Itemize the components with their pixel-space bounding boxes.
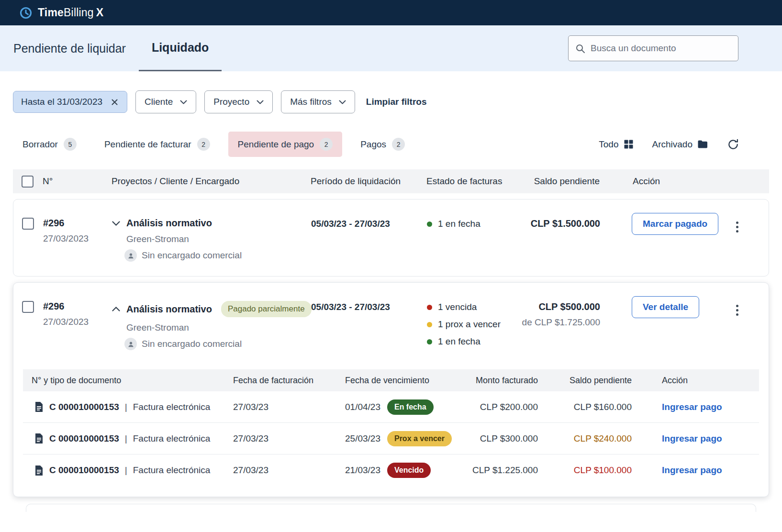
app-logo[interactable]: TimeBillingX [19, 6, 103, 20]
manager-row: Sin encargado comercial [124, 249, 311, 262]
status-tab-label: Pagos [360, 139, 386, 150]
brand-x: X [96, 6, 104, 19]
limpiar-filtros-link[interactable]: Limpiar filtros [366, 97, 427, 107]
tab-liquidado[interactable]: Liquidado [139, 25, 222, 71]
row-checkbox[interactable] [22, 218, 34, 230]
document-icon [34, 465, 44, 476]
status-label: 1 en fecha [438, 336, 480, 347]
chevron-down-icon[interactable] [112, 221, 120, 226]
marcar-pagado-button[interactable]: Marcar pagado [632, 213, 718, 235]
mas-filtros-dropdown[interactable]: Más filtros [281, 90, 355, 113]
document-icon [34, 433, 44, 444]
header-estado: Estado de facturas [426, 176, 517, 187]
status-tabs-row: Borrador 5 Pendiente de facturar 2 Pendi… [13, 132, 769, 157]
cliente-filter-dropdown[interactable]: Cliente [135, 90, 196, 113]
kebab-menu-icon[interactable] [734, 219, 741, 235]
search-input[interactable] [591, 43, 731, 54]
date-filter-chip[interactable]: Hasta el 31/03/2023 [13, 91, 127, 113]
chevron-up-icon[interactable] [112, 307, 120, 311]
en-fecha-badge: En fecha [387, 399, 434, 415]
balance-amount: CLP $500.000 [518, 301, 600, 312]
search-box[interactable] [568, 35, 738, 61]
view-controls: Todo Archivado [599, 138, 739, 151]
brand-time: Time [38, 6, 64, 19]
period-cell: 05/03/23 - 27/03/23 [311, 301, 427, 312]
action-cell: Marcar pagado [600, 218, 769, 235]
table-header: N° Proyectos / Cliente / Encargado Perío… [13, 169, 769, 193]
person-icon [124, 338, 137, 350]
detail-header-fecha-vencimiento: Fecha de vencimiento [345, 376, 454, 386]
separator: | [125, 402, 127, 412]
document-number: C 000010000153 [49, 402, 119, 412]
tab-pendiente-de-facturar[interactable]: Pendiente de facturar 2 [95, 132, 220, 157]
prox-a-vencer-badge: Prox a vencer [387, 431, 452, 446]
due-date: 01/04/23 [345, 402, 380, 412]
chevron-down-icon [339, 100, 346, 104]
invoiced-amount: CLP $1.225.000 [454, 465, 538, 476]
results-list: #296 27/03/2023 Análisis normativo Green… [13, 199, 769, 512]
folder-icon [698, 140, 708, 148]
status-tab-label: Pendiente de facturar [104, 139, 191, 150]
status-label: 1 vencida [438, 302, 477, 312]
close-icon[interactable] [110, 98, 119, 107]
liquidation-row: #296 27/03/2023 Análisis normativo Green… [13, 199, 769, 277]
client-name: Green-Stroman [126, 322, 311, 333]
due-date: 21/03/23 [345, 465, 380, 476]
ingresar-pago-link[interactable]: Ingresar pago [662, 465, 722, 475]
liquidation-row-expanded: #296 27/03/2023 Análisis normativo Pagad… [13, 282, 769, 497]
invoiced-amount: CLP $200.000 [454, 402, 538, 412]
manager-row: Sin encargado comercial [124, 338, 311, 350]
count-badge: 2 [320, 138, 333, 151]
count-badge: 2 [197, 138, 210, 151]
balance-cell: CLP $500.000 de CLP $1.725.000 [518, 301, 600, 328]
detail-header-documento: N° y tipo de documento [23, 376, 233, 386]
status-label: 1 prox a vencer [438, 319, 501, 330]
pending-balance: CLP $100.000 [538, 465, 632, 476]
todo-label: Todo [599, 139, 618, 150]
header-periodo: Período de liquidación [311, 176, 426, 187]
row-number: #296 [43, 218, 112, 229]
row-date: 27/03/2023 [43, 233, 112, 244]
invoice-date: 27/03/23 [233, 465, 345, 476]
tab-label: Pendiente de liquidar [13, 42, 126, 55]
archivado-toggle[interactable]: Archivado [652, 139, 708, 150]
pending-balance: CLP $240.000 [538, 433, 632, 444]
todo-view-toggle[interactable]: Todo [599, 139, 633, 150]
period-cell: 05/03/23 - 27/03/23 [311, 218, 427, 229]
top-navbar: TimeBillingX [0, 0, 782, 25]
ver-detalle-button[interactable]: Ver detalle [632, 296, 699, 318]
ingresar-pago-link[interactable]: Ingresar pago [662, 402, 722, 412]
tab-pendiente-de-pago[interactable]: Pendiente de pago 2 [228, 132, 343, 157]
pending-balance: CLP $160.000 [538, 402, 632, 412]
refresh-icon[interactable] [727, 138, 739, 151]
project-name: Análisis normativo [126, 218, 212, 229]
separator: | [125, 433, 127, 444]
tab-borrador[interactable]: Borrador 5 [13, 132, 86, 157]
main-tab-bar: Pendiente de liquidar Liquidado [0, 25, 782, 71]
tab-pendiente-de-liquidar[interactable]: Pendiente de liquidar [13, 25, 139, 71]
invoice-date: 27/03/23 [233, 402, 345, 412]
manager-label: Sin encargado comercial [142, 339, 242, 349]
vencido-badge: Vencido [387, 463, 431, 478]
row-number-cell: #296 27/03/2023 [43, 218, 112, 244]
row-date: 27/03/2023 [43, 317, 112, 327]
client-name: Green-Stroman [126, 234, 311, 244]
kebab-menu-icon[interactable] [734, 302, 741, 319]
row-checkbox[interactable] [22, 301, 34, 313]
next-row-partial [26, 504, 756, 512]
proyecto-filter-dropdown[interactable]: Proyecto [204, 90, 273, 113]
header-proyectos: Proyectos / Cliente / Encargado [112, 176, 311, 187]
detail-table-header: N° y tipo de documento Fecha de facturac… [23, 369, 759, 391]
document-icon [34, 401, 44, 412]
tab-pagos[interactable]: Pagos 2 [351, 132, 414, 157]
ingresar-pago-link[interactable]: Ingresar pago [662, 433, 722, 443]
detail-header-accion: Acción [632, 376, 759, 386]
dropdown-label: Más filtros [290, 97, 332, 107]
header-saldo: Saldo pendiente [517, 176, 600, 187]
person-icon [124, 249, 137, 262]
select-all-checkbox[interactable] [22, 176, 34, 188]
chevron-down-icon [257, 100, 264, 104]
due-date: 25/03/23 [345, 433, 380, 444]
count-badge: 5 [64, 138, 77, 151]
project-name: Análisis normativo [126, 304, 212, 315]
